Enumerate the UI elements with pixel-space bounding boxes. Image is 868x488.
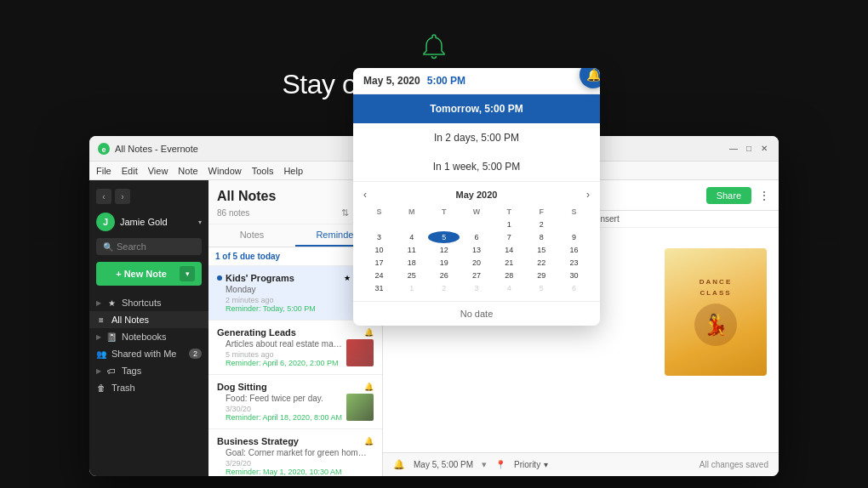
cal-day[interactable]: 6	[558, 282, 590, 294]
location-icon[interactable]: 📍	[495, 460, 505, 469]
cal-option-tomorrow[interactable]: Tomorrow, 5:00 PM	[353, 94, 600, 123]
prev-month-button[interactable]: ‹	[363, 189, 367, 201]
cal-day[interactable]: 1	[396, 282, 427, 294]
cal-day[interactable]	[460, 218, 492, 230]
alarm-icon[interactable]: 🔔	[393, 459, 405, 470]
cal-day[interactable]: 18	[396, 257, 427, 269]
sidebar-item-shortcuts[interactable]: ▶ ★ Shortcuts	[89, 294, 208, 311]
cal-day[interactable]: 24	[363, 270, 395, 281]
cal-day[interactable]: 15	[526, 244, 557, 256]
cal-day[interactable]: 16	[558, 244, 590, 256]
cal-no-date-button[interactable]: No date	[353, 301, 600, 326]
cal-day[interactable]: 19	[428, 257, 460, 269]
cal-day-header: F	[526, 206, 557, 218]
due-label: 1 of 5 due today	[215, 252, 280, 261]
calendar-popup: May 5, 2020 5:00 PM 🔔 Tomorrow, 5:00 PM …	[353, 68, 600, 326]
sidebar-item-tags[interactable]: ▶ 🏷 Tags	[89, 362, 208, 379]
note-item[interactable]: Generating Leads 🔔 Articles about real e…	[208, 321, 382, 375]
new-note-button[interactable]: + New Note ▾	[96, 262, 202, 286]
cal-day[interactable]: 10	[363, 244, 395, 256]
cal-day[interactable]: 5	[526, 282, 557, 294]
notes-meta-row: 86 notes ⇅ ▽ ⊞	[217, 207, 374, 218]
cal-day[interactable]: 7	[494, 231, 525, 243]
menu-file[interactable]: File	[96, 166, 111, 176]
cal-day[interactable]: 12	[428, 244, 460, 256]
cal-option-1week[interactable]: In 1 week, 5:00 PM	[353, 152, 600, 181]
note-title: Generating Leads	[217, 327, 361, 338]
cal-day[interactable]: 4	[396, 231, 427, 243]
maximize-button[interactable]: □	[743, 143, 755, 155]
sidebar-item-all-notes[interactable]: ≡ All Notes	[89, 311, 208, 328]
bottom-date[interactable]: May 5, 5:00 PM	[414, 460, 473, 469]
menu-note[interactable]: Note	[178, 166, 197, 176]
cal-day[interactable]	[428, 218, 460, 230]
shared-icon: 👥	[96, 349, 106, 359]
note-icons: 🔔	[364, 437, 374, 445]
cal-day[interactable]: 2	[428, 282, 460, 294]
back-arrow[interactable]: ‹	[96, 189, 111, 204]
cal-day[interactable]: 8	[526, 231, 557, 243]
minimize-button[interactable]: —	[728, 143, 740, 155]
sidebar-item-notebooks[interactable]: ▶ 📓 Notebooks	[89, 328, 208, 345]
cal-header-wrapper: May 5, 2020 5:00 PM 🔔	[353, 68, 600, 94]
sort-icon[interactable]: ⇅	[341, 207, 349, 218]
all-notes-label: All Notes	[111, 315, 149, 325]
cal-day[interactable]: 31	[363, 282, 395, 294]
cal-day[interactable]: 6	[460, 231, 492, 243]
cal-day[interactable]: 23	[558, 257, 590, 269]
menu-help[interactable]: Help	[283, 166, 303, 176]
cal-day-selected[interactable]: 5	[428, 231, 460, 243]
sidebar-item-shared[interactable]: 👥 Shared with Me 2	[89, 345, 208, 362]
user-chevron-icon: ▾	[198, 218, 202, 226]
cal-day[interactable]	[363, 218, 395, 230]
search-bar[interactable]: 🔍 Search	[96, 238, 202, 255]
sidebar-item-trash[interactable]: 🗑 Trash	[89, 379, 208, 396]
user-row[interactable]: J Jamie Gold ▾	[89, 209, 208, 238]
cal-day[interactable]	[396, 218, 427, 230]
cal-day[interactable]: 22	[526, 257, 557, 269]
cal-day[interactable]: 11	[396, 244, 427, 256]
note-header: Business Strategy 🔔	[217, 436, 374, 446]
new-note-label: + New Note	[103, 269, 180, 279]
cal-day[interactable]: 3	[460, 282, 492, 294]
cal-day[interactable]: 28	[494, 270, 525, 281]
chevron-down-icon[interactable]: ▾	[482, 459, 487, 470]
cal-day[interactable]: 1	[494, 218, 525, 230]
note-item[interactable]: Dog Sitting 🔔 Food: Feed twice per day. …	[208, 375, 382, 429]
note-item[interactable]: Business Strategy 🔔 Goal: Corner market …	[208, 429, 382, 476]
more-options-icon[interactable]: ⋮	[758, 189, 770, 202]
dance-figure: 💃	[694, 304, 737, 346]
cal-day[interactable]: 29	[526, 270, 557, 281]
share-button[interactable]: Share	[706, 187, 751, 204]
cal-day[interactable]: 20	[460, 257, 492, 269]
cal-day[interactable]: 25	[396, 270, 427, 281]
menu-view[interactable]: View	[148, 166, 168, 176]
cal-day[interactable]: 2	[526, 218, 557, 230]
cal-option-2days[interactable]: In 2 days, 5:00 PM	[353, 123, 600, 152]
menu-window[interactable]: Window	[208, 166, 242, 176]
cal-day[interactable]: 9	[558, 231, 590, 243]
menu-tools[interactable]: Tools	[252, 166, 274, 176]
cal-day[interactable]: 27	[460, 270, 492, 281]
avatar: J	[96, 213, 115, 231]
search-icon: 🔍	[103, 242, 113, 252]
cal-day[interactable]: 17	[363, 257, 395, 269]
tab-notes[interactable]: Notes	[208, 224, 295, 247]
cal-day[interactable]	[558, 218, 590, 230]
cal-day[interactable]: 3	[363, 231, 395, 243]
cal-day[interactable]: 21	[494, 257, 525, 269]
shared-badge: 2	[189, 349, 202, 359]
forward-arrow[interactable]: ›	[115, 189, 130, 204]
cal-day[interactable]: 30	[558, 270, 590, 281]
next-month-button[interactable]: ›	[586, 189, 590, 201]
cal-day[interactable]: 4	[494, 282, 525, 294]
note-thumbnail	[346, 339, 374, 366]
menu-edit[interactable]: Edit	[122, 166, 138, 176]
cal-day[interactable]: 26	[428, 270, 460, 281]
cal-day[interactable]: 14	[494, 244, 525, 256]
dance-class-thumbnail: DANCE CLASS 💃	[665, 248, 767, 376]
close-button[interactable]: ✕	[758, 143, 770, 155]
priority-button[interactable]: Priority ▾	[514, 460, 548, 469]
dance-label-2: CLASS	[700, 289, 731, 297]
cal-day[interactable]: 13	[460, 244, 492, 256]
